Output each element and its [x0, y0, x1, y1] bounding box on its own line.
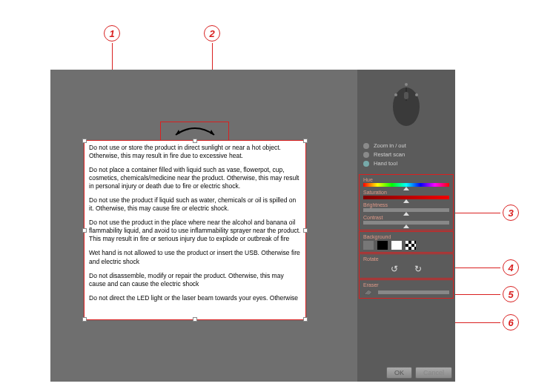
- color-adjust-panel: Hue Saturation Brightness Contrast: [359, 174, 454, 230]
- sidebar-panel: Zoom in / out Restart scan Hand tool Hue…: [357, 70, 455, 382]
- doc-paragraph: Do not use the product in the place wher…: [89, 219, 301, 243]
- eraser-size-slider[interactable]: [378, 290, 449, 294]
- saturation-label: Saturation: [363, 190, 449, 195]
- callout-1: 1: [104, 25, 120, 41]
- resize-handle-ml[interactable]: [82, 228, 87, 233]
- doc-paragraph: Do not use the product if liquid such as…: [89, 196, 301, 213]
- mouse-diagram: [357, 70, 455, 141]
- radio-icon: [363, 152, 369, 158]
- background-panel: Background: [359, 231, 454, 253]
- leader-line: [451, 322, 500, 323]
- resize-handle-bl[interactable]: [82, 317, 87, 322]
- tool-hand[interactable]: Hand tool: [363, 160, 449, 167]
- contrast-slider[interactable]: [363, 221, 449, 225]
- tool-label: Hand tool: [374, 160, 397, 167]
- slider-thumb-icon[interactable]: [403, 225, 409, 228]
- tool-restart-scan[interactable]: Restart scan: [363, 151, 449, 158]
- tool-label: Restart scan: [374, 151, 405, 158]
- mouse-icon: [390, 82, 423, 129]
- slider-thumb-icon[interactable]: [403, 199, 409, 203]
- svg-point-4: [415, 93, 418, 96]
- eraser-panel: Eraser: [359, 279, 454, 299]
- resize-handle-mr[interactable]: [303, 228, 308, 233]
- callout-3: 3: [503, 205, 519, 221]
- rotate-ccw-button[interactable]: ↺: [388, 264, 400, 274]
- callout-6: 6: [503, 314, 519, 330]
- doc-paragraph: Wet hand is not allowed to use the produ…: [89, 249, 301, 265]
- doc-paragraph: Do not use or store the product in direc…: [89, 144, 301, 160]
- swatch-checker[interactable]: [405, 241, 416, 250]
- svg-point-3: [394, 93, 397, 96]
- resize-handle-tl[interactable]: [82, 139, 87, 143]
- rotate-arc-icon: [173, 124, 217, 138]
- svg-rect-1: [404, 92, 408, 99]
- doc-paragraph: Do not place a container filled with liq…: [89, 166, 301, 190]
- rotate-panel: Rotate ↺ ↻: [359, 253, 454, 279]
- scanned-document: Do not use or store the product in direc…: [85, 141, 305, 319]
- radio-icon: [363, 161, 369, 167]
- rotate-cw-button[interactable]: ↻: [412, 264, 424, 274]
- eraser-label: Eraser: [363, 282, 449, 288]
- contrast-label: Contrast: [363, 215, 449, 220]
- cancel-button[interactable]: Cancel: [415, 367, 452, 379]
- doc-paragraph: Do not direct the LED light or the laser…: [89, 294, 301, 302]
- resize-handle-bm[interactable]: [193, 317, 197, 322]
- saturation-slider[interactable]: [363, 196, 449, 199]
- swatch-black[interactable]: [377, 241, 388, 250]
- tool-label: Zoom in / out: [374, 142, 406, 149]
- background-label: Background: [363, 234, 449, 239]
- rotate-label: Rotate: [363, 256, 449, 262]
- resize-handle-tr[interactable]: [303, 139, 308, 143]
- slider-thumb-icon[interactable]: [403, 212, 409, 216]
- doc-paragraph: Do not disassemble, modify or repair the…: [89, 272, 301, 288]
- brightness-slider[interactable]: [363, 208, 449, 212]
- editor-window: Do not use or store the product in direc…: [50, 70, 455, 382]
- swatch-white[interactable]: [391, 241, 402, 250]
- leader-line: [451, 213, 500, 213]
- tool-zoom[interactable]: Zoom in / out: [363, 142, 449, 149]
- svg-point-2: [405, 83, 408, 86]
- hue-slider[interactable]: [363, 183, 449, 187]
- dialog-footer: OK Cancel: [386, 367, 452, 379]
- resize-handle-tm[interactable]: [193, 139, 197, 143]
- callout-5: 5: [503, 286, 519, 302]
- canvas-area[interactable]: Do not use or store the product in direc…: [50, 70, 357, 382]
- brightness-label: Brightness: [363, 202, 449, 207]
- mouse-tool-list: Zoom in / out Restart scan Hand tool: [357, 141, 455, 173]
- resize-handle-br[interactable]: [303, 317, 308, 322]
- background-swatches: [363, 241, 449, 250]
- ok-button[interactable]: OK: [386, 367, 412, 379]
- hue-label: Hue: [363, 177, 449, 182]
- slider-thumb-icon[interactable]: [403, 187, 409, 190]
- swatch-gray[interactable]: [363, 241, 374, 250]
- callout-4: 4: [503, 259, 519, 276]
- radio-icon: [363, 143, 369, 149]
- leader-line: [451, 268, 500, 268]
- document-selection[interactable]: Do not use or store the product in direc…: [84, 140, 306, 320]
- eraser-icon: [363, 288, 374, 296]
- leader-line: [451, 294, 500, 295]
- callout-2: 2: [204, 25, 220, 41]
